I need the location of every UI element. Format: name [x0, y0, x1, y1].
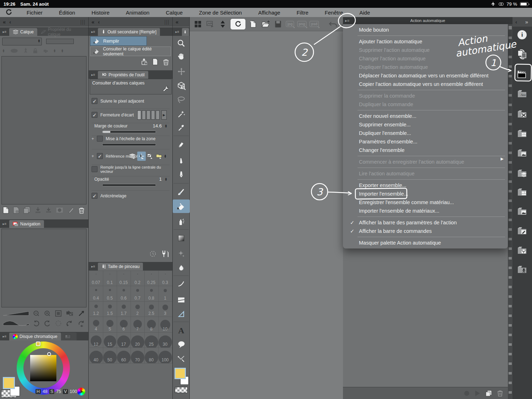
sidebar-material-pattern-button[interactable] — [516, 108, 528, 120]
tool-zoom[interactable] — [173, 37, 190, 50]
pin-icon[interactable] — [23, 48, 28, 54]
brush-size-cell[interactable]: 17 — [117, 332, 131, 348]
new-file-icon[interactable] — [249, 20, 258, 29]
sidebar-material-edit-button[interactable] — [516, 225, 528, 236]
hue-marker[interactable] — [36, 341, 40, 346]
zoom-out-icon[interactable] — [33, 310, 40, 317]
advanced-settings-icon[interactable] — [161, 250, 170, 258]
delete-subtool-trash-icon[interactable] — [163, 59, 169, 65]
checkbox-unchecked-icon[interactable] — [97, 136, 103, 142]
tool-pen[interactable] — [173, 168, 190, 182]
rotate-left-icon[interactable] — [33, 319, 40, 327]
tool-auto-select[interactable] — [173, 107, 190, 121]
clip-eye-icon[interactable] — [10, 48, 18, 53]
tab-navigation[interactable]: Navigation — [9, 220, 44, 228]
menu-item[interactable]: Mode bouton ▶ — [343, 26, 508, 34]
drag-grip-icon[interactable]: ||| — [164, 19, 170, 25]
subtool-consulter[interactable]: Consulter le calque édité seulement — [90, 47, 171, 56]
new-folder-layer-icon[interactable] — [13, 207, 19, 214]
prop-reference-multiple[interactable]: + Référence multiple ▲▼ — [92, 149, 170, 163]
prop-suivre-pixel[interactable]: Suivre le pixel adjacent — [92, 98, 170, 104]
transparent-color-swatch[interactable] — [175, 387, 188, 393]
menu-item[interactable]: Créer nouvel ensemble... ▶ — [343, 112, 508, 120]
menu-item[interactable]: Paramètres d'ensemble... ▶ — [343, 137, 508, 146]
brush-size-cell[interactable]: 1.2 — [89, 301, 103, 317]
menu-item[interactable]: Animation — [118, 10, 158, 16]
tool-airbrush[interactable] — [173, 215, 190, 229]
brush-size-cell[interactable]: 12 — [89, 332, 103, 348]
new-layer-icon[interactable] — [3, 207, 9, 214]
tab-color-set[interactable] — [61, 333, 77, 340]
ref-all-layers-icon[interactable] — [128, 152, 137, 161]
menu-item[interactable]: ▶ — [343, 88, 508, 92]
fit-to-screen-icon[interactable] — [55, 310, 62, 317]
menu-item[interactable]: Affichage — [250, 10, 288, 16]
blend-mode-select[interactable]: ▲▼ — [2, 38, 42, 45]
brush-size-cell[interactable]: 5 — [103, 317, 117, 333]
zoom-slider[interactable] — [3, 310, 29, 317]
brush-size-cell[interactable]: 0.3 — [158, 270, 172, 286]
layer-stepper-3-icon[interactable]: ▲▼ — [61, 49, 64, 53]
prop-opacite[interactable]: Opacité 1 ▲▼ — [92, 176, 170, 182]
menu-item[interactable]: Supprimer ensemble... ▶ — [343, 120, 508, 129]
menu-item[interactable]: Aide — [351, 10, 378, 16]
lock-icon[interactable] — [33, 48, 38, 54]
undo-icon[interactable] — [328, 20, 338, 29]
menu-item[interactable]: Afficher la barre de commandes ▶ — [343, 227, 508, 235]
tool-operation[interactable] — [173, 79, 190, 92]
brush-size-cell[interactable]: 2.5 — [144, 301, 159, 317]
tab-calque[interactable]: Calque — [9, 28, 37, 36]
brush-size-cell[interactable]: 0.4 — [89, 286, 103, 302]
ref-stepper[interactable]: ▲▼ — [164, 154, 167, 158]
duplicate-action-icon[interactable] — [485, 390, 492, 397]
tool-selection[interactable] — [173, 93, 190, 106]
brush-size-cell[interactable]: 80 — [144, 348, 159, 364]
collapse-double-chevron-icon[interactable]: « — [92, 19, 95, 25]
foreground-color-swatch[interactable] — [3, 377, 15, 389]
zoom-in-icon[interactable] — [44, 310, 51, 317]
brush-size-cell[interactable]: 7 — [131, 317, 145, 333]
tab-tools[interactable] — [182, 28, 189, 36]
brush-size-cell[interactable]: 3 — [158, 301, 172, 317]
play-action-icon[interactable] — [475, 390, 480, 397]
menu-item[interactable]: Copier l'action automatique vers un ense… — [343, 80, 508, 88]
menu-item[interactable]: Déplacer l'action automatique vers un en… — [343, 71, 508, 80]
expand-plus-icon[interactable]: + — [92, 154, 94, 159]
menu-item[interactable]: ▶ — [343, 34, 508, 37]
brush-size-cell[interactable]: 2 — [131, 301, 145, 317]
brush-size-cell[interactable]: 6 — [117, 317, 131, 333]
brush-size-cell[interactable]: 50 — [103, 348, 117, 364]
flip-view-icon[interactable] — [66, 319, 74, 327]
brush-size-cell[interactable]: 100 — [158, 348, 172, 364]
sidebar-swap-palette-button[interactable] — [516, 49, 528, 60]
menu-item[interactable]: ▶ — [343, 178, 508, 181]
brush-size-cell[interactable]: 1.7 — [117, 301, 131, 317]
reset-view-icon[interactable] — [77, 319, 85, 327]
checkbox-unchecked-icon[interactable] — [92, 166, 98, 172]
reset-rotate-icon[interactable] — [55, 319, 62, 327]
tool-balloon[interactable] — [173, 338, 190, 351]
foreground-color-swatch[interactable] — [174, 368, 186, 379]
tool-text[interactable]: A — [173, 324, 190, 337]
tool-fill-bucket[interactable] — [173, 200, 190, 213]
opacite-slider[interactable] — [102, 184, 156, 186]
brush-size-cell[interactable]: 1.5 — [103, 301, 117, 317]
menu-item[interactable]: Changer l'action automatique ▶ — [343, 54, 508, 63]
navigation-preview[interactable] — [1, 229, 87, 307]
collapse-double-chevron-icon[interactable]: « — [176, 19, 179, 25]
mise-echelle-slider[interactable] — [102, 143, 156, 146]
panel-menu-icon[interactable]: ▸≡ — [0, 27, 9, 36]
sidebar-material-layers-button[interactable] — [516, 168, 528, 179]
prop-mise-echelle[interactable]: + Mise à l'échelle de la zone — [92, 136, 170, 141]
tool-eraser[interactable] — [173, 138, 190, 151]
menu-item[interactable]: Fenêtre — [317, 10, 351, 16]
tool-move[interactable] — [173, 65, 190, 78]
menu-item[interactable]: Dupliquer l'action automatique ▶ — [343, 63, 508, 71]
checkbox-checked-icon[interactable] — [92, 98, 98, 104]
duplicate-layer-icon[interactable] — [23, 207, 31, 214]
color-wheel-button[interactable] — [77, 388, 85, 395]
drag-grip-icon[interactable]: ||| — [80, 19, 85, 25]
menu-item[interactable]: Ajouter l'action automatique ▶ — [343, 37, 508, 46]
menu-item[interactable]: Enregistrer l'ensemble comme matériau...… — [343, 198, 508, 207]
sidebar-material-text-button[interactable]: Aaa — [516, 88, 528, 99]
